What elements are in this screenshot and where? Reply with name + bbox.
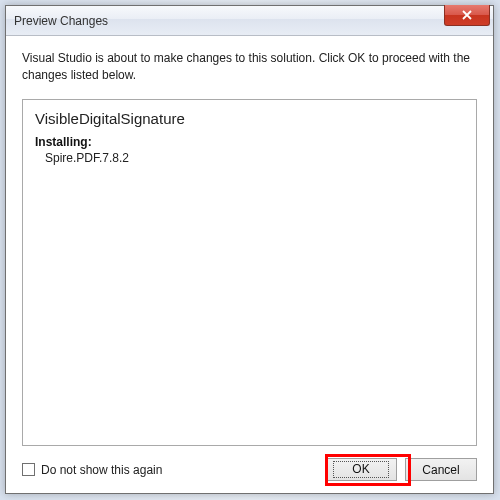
- preview-changes-dialog: Preview Changes Visual Studio is about t…: [5, 5, 494, 494]
- installing-label: Installing:: [35, 135, 464, 149]
- changes-panel: VisibleDigitalSignature Installing: Spir…: [22, 99, 477, 446]
- close-icon: [461, 10, 473, 21]
- cancel-button-label: Cancel: [422, 463, 459, 477]
- cancel-button[interactable]: Cancel: [405, 458, 477, 481]
- package-line: Spire.PDF.7.8.2: [35, 151, 464, 165]
- do-not-show-wrap[interactable]: Do not show this again: [22, 463, 317, 477]
- close-button[interactable]: [444, 5, 490, 26]
- dialog-footer: Do not show this again OK Cancel: [22, 446, 477, 481]
- titlebar-title: Preview Changes: [6, 14, 108, 28]
- dialog-body: Visual Studio is about to make changes t…: [6, 36, 493, 493]
- ok-button-label: OK: [333, 461, 388, 478]
- titlebar[interactable]: Preview Changes: [6, 6, 493, 36]
- ok-button[interactable]: OK: [325, 458, 397, 481]
- instruction-text: Visual Studio is about to make changes t…: [22, 50, 477, 85]
- do-not-show-label: Do not show this again: [41, 463, 162, 477]
- do-not-show-checkbox[interactable]: [22, 463, 35, 476]
- project-name: VisibleDigitalSignature: [35, 110, 464, 127]
